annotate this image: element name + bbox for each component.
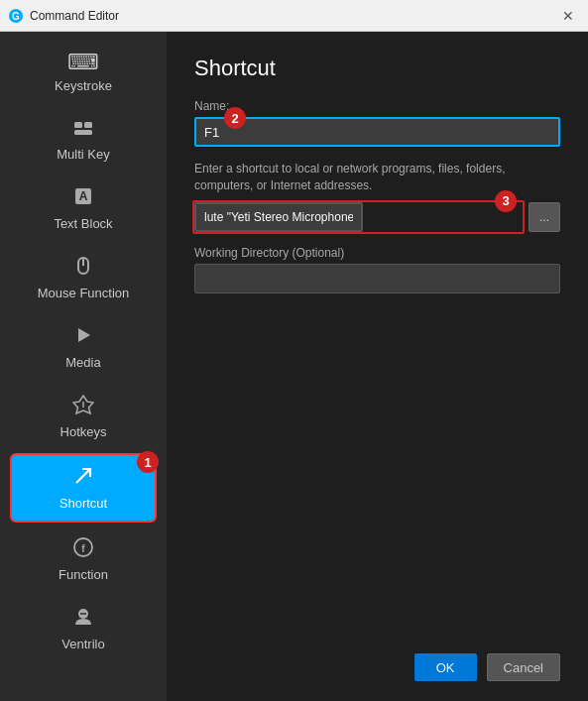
textblock-icon: A [72, 185, 94, 211]
sidebar-item-label: Shortcut [59, 496, 107, 511]
function-icon: f [72, 536, 94, 562]
sidebar-item-label: Multi Key [57, 147, 109, 162]
sidebar-item-label: Keystroke [55, 78, 112, 93]
sidebar-item-shortcut[interactable]: 1 Shortcut [10, 453, 157, 523]
sidebar-item-multikey[interactable]: Multi Key [10, 107, 157, 172]
ok-button[interactable]: OK [414, 653, 477, 681]
sidebar-item-ventrilo[interactable]: Ventrilo [10, 596, 157, 661]
workingdir-label: Working Directory (Optional) [194, 246, 560, 260]
content-area: Shortcut Name: 2 Enter a shortcut to loc… [167, 32, 588, 701]
svg-text:G: G [12, 11, 20, 22]
svg-text:f: f [81, 543, 85, 554]
svg-marker-9 [78, 328, 90, 342]
mousefunction-icon [72, 255, 94, 281]
media-icon [72, 324, 94, 350]
svg-rect-3 [84, 122, 92, 128]
name-label: Name: [194, 99, 560, 113]
close-button[interactable]: ✕ [556, 6, 580, 26]
svg-rect-4 [74, 130, 92, 135]
sidebar: ⌨ Keystroke Multi Key A Text Block [0, 32, 167, 701]
title-bar-left: G Command Editor [8, 8, 119, 24]
sidebar-item-label: Text Block [54, 216, 112, 231]
shortcut-badge-1: 1 [137, 451, 159, 473]
sidebar-item-mousefunction[interactable]: Mouse Function [10, 245, 157, 310]
sidebar-item-function[interactable]: f Function [10, 526, 157, 592]
name-badge-2: 2 [224, 107, 246, 129]
main-container: ⌨ Keystroke Multi Key A Text Block [0, 32, 588, 701]
shortcut-row: 3 ... [194, 202, 560, 232]
sidebar-item-textblock[interactable]: A Text Block [10, 175, 157, 241]
keystroke-icon: ⌨ [67, 52, 99, 73]
sidebar-item-label: Function [59, 567, 108, 582]
shortcut-input-wrapper [194, 202, 523, 232]
workingdir-input[interactable] [194, 264, 560, 293]
window-title: Command Editor [30, 9, 119, 23]
cancel-button[interactable]: Cancel [487, 653, 560, 681]
sidebar-item-media[interactable]: Media [10, 314, 157, 380]
page-title: Shortcut [194, 56, 560, 81]
sidebar-item-label: Ventrilo [61, 637, 104, 651]
browse-button[interactable]: ... [529, 202, 560, 232]
svg-text:A: A [79, 189, 88, 203]
sidebar-item-hotkeys[interactable]: Hotkeys [10, 384, 157, 449]
svg-rect-2 [74, 122, 82, 128]
description-text: Enter a shortcut to local or network pro… [194, 161, 560, 194]
shortcut-input[interactable] [194, 202, 363, 232]
sidebar-item-label: Media [65, 355, 100, 370]
bottom-buttons: OK Cancel [194, 634, 560, 681]
title-bar: G Command Editor ✕ [0, 0, 588, 32]
name-input[interactable] [194, 117, 560, 147]
ventrilo-icon [72, 606, 94, 632]
hotkeys-icon [72, 394, 94, 419]
sidebar-item-label: Mouse Function [38, 286, 130, 300]
shortcut-badge-3: 3 [495, 190, 517, 212]
sidebar-item-label: Hotkeys [60, 424, 107, 439]
name-field-row: Name: 2 [194, 99, 560, 147]
app-logo-icon: G [8, 8, 24, 24]
sidebar-item-keystroke[interactable]: ⌨ Keystroke [10, 42, 157, 103]
multikey-icon [72, 117, 94, 142]
shortcut-icon [72, 465, 94, 491]
